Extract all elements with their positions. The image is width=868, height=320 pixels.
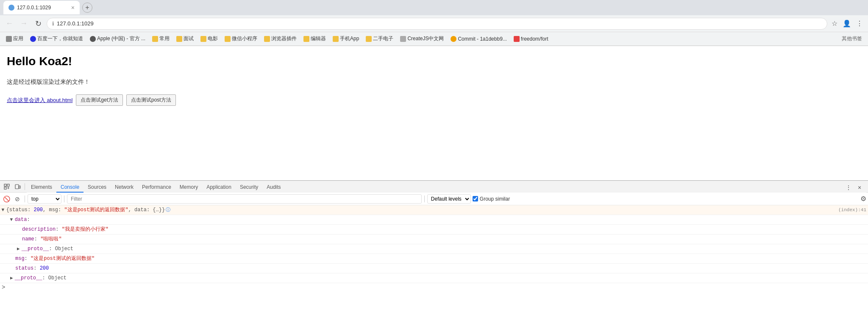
new-tab-button[interactable]: +	[82, 3, 92, 13]
lock-icon: ℹ	[52, 21, 54, 27]
bookmark-createjs[interactable]: CreateJS中文网	[398, 34, 446, 43]
bookmark-label: CreateJS中文网	[407, 35, 444, 42]
bookmark-label: 百度一下，你就知道	[37, 35, 83, 42]
baidu-icon	[30, 36, 36, 42]
folder-icon	[366, 36, 372, 42]
freedom-icon	[514, 36, 520, 42]
bookmark-label: 微信小程序	[232, 35, 257, 42]
folder-icon	[225, 36, 231, 42]
bookmarks-bar: 应用 百度一下，你就知道 Apple (中国) - 官方 ... 常用 面试 电…	[0, 32, 868, 46]
bookmark-changyong[interactable]: 常用	[150, 34, 172, 43]
get-test-button[interactable]: 点击测试get方法	[76, 94, 123, 106]
about-link[interactable]: 点击这里会进入 about.html	[7, 97, 72, 104]
folder-icon	[176, 36, 182, 42]
bookmark-label: freedom/fort	[521, 36, 548, 42]
bookmark-dianying[interactable]: 电影	[198, 34, 220, 43]
tab-title: 127.0.0.1:1029	[17, 5, 69, 11]
doc-icon	[400, 36, 406, 42]
more-bookmarks[interactable]: 其他书签	[839, 34, 865, 43]
bookmark-weixin[interactable]: 微信小程序	[222, 34, 260, 43]
folder-icon	[303, 36, 309, 42]
bookmark-commit[interactable]: Commit - 1a1debb9...	[448, 35, 509, 43]
menu-button[interactable]: ⋮	[854, 18, 865, 29]
folder-icon	[333, 36, 339, 42]
bookmark-label: 编辑器	[311, 35, 326, 42]
post-test-button[interactable]: 点击测试post方法	[126, 94, 176, 106]
reload-button[interactable]: ↻	[32, 18, 44, 30]
bookmark-label: 面试	[184, 35, 194, 42]
bookmark-label: 浏览器插件	[271, 35, 297, 42]
bookmark-label: 常用	[159, 35, 170, 42]
page-links: 点击这里会进入 about.html 点击测试get方法 点击测试post方法	[7, 94, 861, 106]
bookmark-editor[interactable]: 编辑器	[301, 34, 328, 43]
tab-favicon	[8, 5, 14, 11]
folder-icon	[152, 36, 158, 42]
tab-bar: 127.0.0.1:1029 × +	[0, 0, 868, 15]
back-button[interactable]: ←	[3, 18, 15, 30]
bookmark-secondhand[interactable]: 二手电子	[363, 34, 396, 43]
folder-icon	[264, 36, 270, 42]
apple-icon	[90, 36, 96, 42]
browser-chrome: 127.0.0.1:1029 × + ← → ↻ ℹ 127.0.0.1:102…	[0, 0, 868, 46]
bookmark-label: Apple (中国) - 官方 ...	[97, 35, 145, 42]
bookmark-button[interactable]: ☆	[830, 18, 839, 29]
page-content: Hello Koa2! 这是经过模版渲染过来的文件！ 点击这里会进入 about…	[0, 46, 868, 139]
bookmark-label: 手机App	[340, 35, 359, 42]
bookmark-mianshi[interactable]: 面试	[174, 34, 196, 43]
bookmark-label: 其他书签	[842, 36, 862, 41]
bookmark-freedom[interactable]: freedom/fort	[511, 35, 551, 43]
tab-close-button[interactable]: ×	[71, 4, 75, 11]
bookmark-apps[interactable]: 应用	[3, 34, 26, 43]
forward-button[interactable]: →	[18, 18, 30, 30]
commit-icon	[451, 36, 456, 42]
bookmark-label: 电影	[208, 35, 218, 42]
bookmark-mobile[interactable]: 手机App	[330, 34, 362, 43]
page-subtitle: 这是经过模版渲染过来的文件！	[7, 78, 861, 86]
page-title: Hello Koa2!	[7, 55, 861, 68]
address-text: 127.0.0.1:1029	[57, 20, 822, 27]
address-bar[interactable]: ℹ 127.0.0.1:1029	[47, 18, 827, 30]
bookmark-label: Commit - 1a1debb9...	[458, 36, 506, 42]
nav-bar: ← → ↻ ℹ 127.0.0.1:1029 ☆ 👤 ⋮	[0, 15, 868, 32]
folder-icon	[200, 36, 206, 42]
bookmark-plugin[interactable]: 浏览器插件	[262, 34, 299, 43]
bookmark-apple[interactable]: Apple (中国) - 官方 ...	[87, 34, 148, 43]
bookmark-label: 二手电子	[373, 35, 393, 42]
apps-icon	[6, 36, 12, 42]
bookmark-label: 应用	[13, 35, 23, 42]
active-tab[interactable]: 127.0.0.1:1029 ×	[3, 1, 80, 14]
nav-actions: ☆ 👤 ⋮	[830, 18, 865, 29]
profile-button[interactable]: 👤	[841, 18, 853, 29]
bookmark-baidu[interactable]: 百度一下，你就知道	[28, 34, 86, 43]
